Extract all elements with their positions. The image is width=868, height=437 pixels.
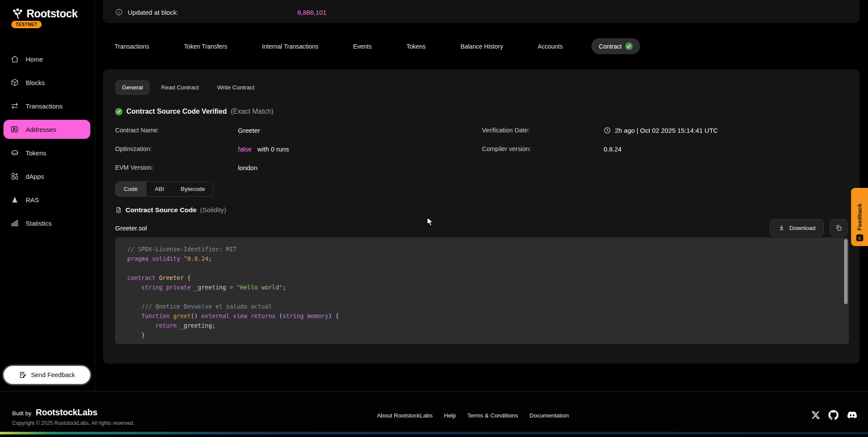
compiler-version-label: Compiler version: — [482, 145, 604, 152]
compiler-version-value: 0.8.24 — [604, 145, 622, 153]
contract-name-label: Contract Name: — [115, 127, 238, 134]
send-feedback-label: Send Feedback — [31, 371, 75, 378]
optimization-value: false with 0 runs — [238, 145, 289, 153]
x-twitter-icon[interactable] — [811, 411, 820, 420]
sidebar-item-addresses[interactable]: Addresses — [3, 120, 90, 139]
feedback-widget-icon: c — [856, 234, 863, 241]
contract-fields-left: Contract Name: Greeter Optimization: fal… — [115, 126, 289, 182]
download-label: Download — [789, 225, 815, 231]
sidebar-nav: Home Blocks Transactions Addresses Token… — [3, 49, 90, 237]
field-evm-version: EVM Version: london — [115, 163, 289, 172]
code-content: // SPDX-License-Identifier: MITpragma so… — [127, 244, 849, 340]
footer-link-help[interactable]: Help — [444, 412, 456, 419]
footer-link-terms[interactable]: Terms & Conditions — [467, 412, 518, 419]
sidebar-item-label: Blocks — [26, 79, 45, 86]
tab-balance-history[interactable]: Balance History — [454, 39, 509, 54]
verified-title: Contract Source Code Verified — [126, 108, 227, 115]
updated-block-label: Updated at block: — [128, 9, 178, 16]
toggle-abi[interactable]: ABI — [146, 182, 172, 196]
tab-tokens[interactable]: Tokens — [400, 39, 432, 54]
source-file-actions: Download — [770, 219, 848, 237]
tab-contract-label: Contract — [599, 43, 622, 50]
source-code-block[interactable]: // SPDX-License-Identifier: MITpragma so… — [115, 237, 849, 344]
send-feedback-button[interactable]: Send Feedback — [3, 366, 90, 384]
sidebar-item-label: dApps — [26, 173, 44, 180]
transactions-icon — [10, 102, 19, 110]
source-file-row: Greeter.sol Download — [115, 219, 848, 237]
github-icon[interactable] — [828, 410, 838, 420]
toggle-bytecode[interactable]: Bytecode — [172, 182, 213, 196]
evm-version-label: EVM Version: — [115, 164, 238, 171]
subtab-general[interactable]: General — [115, 80, 150, 95]
verification-date-value: 2h ago | Oct 02 2025 15:14:41 UTC — [604, 127, 718, 134]
feedback-tab-label: Feedback — [856, 204, 863, 230]
addresses-icon — [10, 125, 19, 134]
sidebar-item-label: Tokens — [26, 149, 46, 157]
tab-token-transfers[interactable]: Token Transfers — [178, 39, 234, 54]
download-icon — [778, 224, 785, 231]
contract-panel: General Read Contract Write Contract Con… — [103, 69, 860, 364]
updated-block-value[interactable]: 6,886,101 — [297, 9, 327, 16]
sidebar-item-blocks[interactable]: Blocks — [3, 73, 90, 92]
footer-gradient-stripe — [0, 432, 868, 434]
updated-block-row: Updated at block: 6,886,101 — [103, 8, 860, 23]
statistics-icon — [10, 219, 19, 227]
sidebar-item-label: RAS — [26, 196, 39, 204]
copy-icon — [835, 224, 842, 231]
file-icon — [115, 207, 122, 214]
discord-icon[interactable] — [847, 410, 858, 421]
updated-block-label-wrap: Updated at block: — [115, 8, 297, 16]
source-language: (Solidity) — [200, 206, 226, 214]
sidebar-item-label: Addresses — [26, 126, 56, 133]
tab-events[interactable]: Events — [347, 39, 378, 54]
tab-transactions[interactable]: Transactions — [109, 39, 155, 54]
feedback-side-tab[interactable]: Feedback c — [851, 188, 868, 246]
rootstock-logo[interactable]: Rootstock — [12, 7, 78, 20]
code-view-toggle: Code ABI Bytecode — [115, 181, 214, 197]
tab-contract[interactable]: Contract — [591, 38, 640, 54]
verification-date-text: 2h ago | Oct 02 2025 15:14:41 UTC — [615, 127, 718, 134]
info-icon — [115, 8, 123, 16]
subtab-read-contract[interactable]: Read Contract — [154, 80, 206, 95]
address-tabs: Transactions Token Transfers Internal Tr… — [109, 38, 640, 54]
dapps-icon — [10, 172, 19, 181]
contract-fields-right: Verification Date: 2h ago | Oct 02 2025 … — [482, 126, 718, 163]
footer-link-about[interactable]: About RootstockLabs — [377, 412, 432, 419]
download-button[interactable]: Download — [770, 219, 824, 237]
optimization-label: Optimization: — [115, 145, 238, 152]
code-scrollbar[interactable] — [844, 239, 848, 304]
footer-brand[interactable]: RootstockLabs — [36, 407, 97, 417]
sidebar-item-transactions[interactable]: Transactions — [3, 96, 90, 115]
sidebar-item-ras[interactable]: RAS — [3, 190, 90, 209]
field-verification-date: Verification Date: 2h ago | Oct 02 2025 … — [482, 126, 718, 135]
sidebar-item-label: Home — [26, 56, 43, 63]
sidebar-item-statistics[interactable]: Statistics — [3, 214, 90, 233]
copy-source-button[interactable] — [830, 219, 848, 237]
contract-subtabs: General Read Contract Write Contract — [115, 80, 261, 95]
feedback-note-icon — [19, 371, 26, 379]
toggle-code[interactable]: Code — [116, 182, 146, 196]
sidebar: Rootstock TESTNET Home Blocks Transactio… — [0, 0, 95, 391]
built-by-label: Built by — [12, 410, 31, 417]
sidebar-item-home[interactable]: Home — [3, 49, 90, 69]
sidebar-item-tokens[interactable]: Tokens — [3, 143, 90, 162]
source-file-name: Greeter.sol — [115, 224, 147, 232]
home-icon — [10, 55, 19, 63]
updated-block-bar: Updated at block: 6,886,101 — [103, 0, 860, 23]
field-optimization: Optimization: false with 0 runs — [115, 145, 289, 153]
rootstock-explorer-page: Rootstock TESTNET Home Blocks Transactio… — [0, 0, 868, 437]
footer-link-documentation[interactable]: Documentation — [529, 412, 569, 419]
verified-match-type: (Exact Match) — [231, 108, 274, 115]
verification-date-label: Verification Date: — [482, 127, 604, 134]
source-title: Contract Source Code — [125, 206, 197, 214]
tokens-icon — [10, 148, 19, 157]
tab-internal-transactions[interactable]: Internal Transactions — [256, 39, 324, 54]
sidebar-item-label: Transactions — [26, 102, 63, 110]
verified-row: Contract Source Code Verified (Exact Mat… — [115, 108, 274, 115]
subtab-write-contract[interactable]: Write Contract — [210, 80, 261, 95]
tab-accounts[interactable]: Accounts — [531, 39, 569, 54]
field-compiler-version: Compiler version: 0.8.24 — [482, 145, 718, 153]
sidebar-item-dapps[interactable]: dApps — [3, 167, 90, 186]
blocks-icon — [10, 78, 19, 87]
copyright-text: Copyright © 2025 RootstockLabs. All righ… — [12, 420, 135, 426]
